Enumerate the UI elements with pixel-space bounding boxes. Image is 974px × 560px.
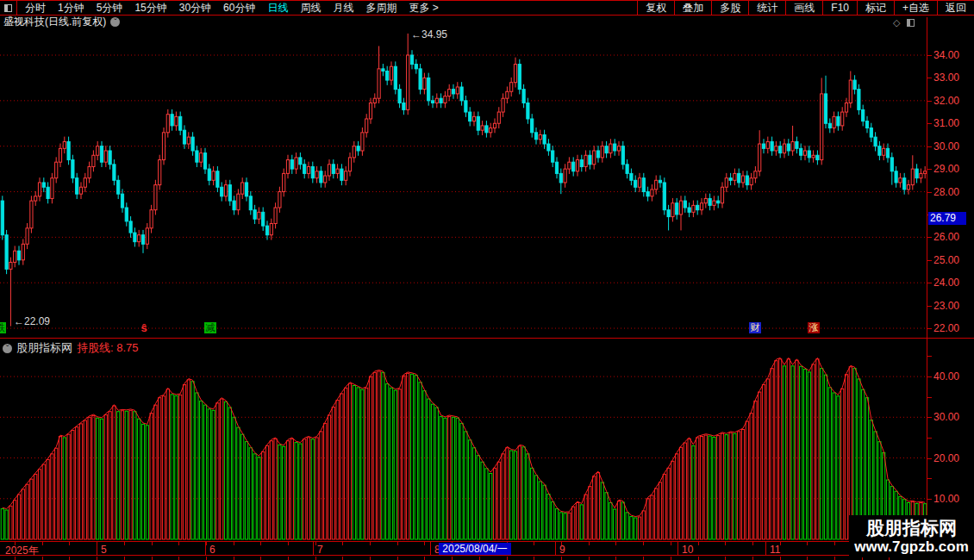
- menu-item-返回[interactable]: 返回: [937, 1, 974, 15]
- menu-item-画线[interactable]: 画线: [785, 1, 822, 15]
- menu-item-月线[interactable]: 月线: [327, 1, 359, 16]
- month-label-11: 11: [770, 544, 780, 556]
- indicator-axis-label-10: 10.00: [933, 493, 959, 505]
- week-tick: [397, 542, 398, 545]
- axis-tick: [927, 328, 932, 329]
- clipped-tick: [424, 557, 425, 560]
- week-tick: [534, 542, 534, 545]
- candlestick-chart[interactable]: [0, 26, 927, 338]
- price-label-31: 31.00: [933, 117, 959, 129]
- clipped-tick: [124, 557, 125, 560]
- week-tick: [178, 542, 179, 545]
- month-separator: [313, 542, 314, 555]
- clipped-tick: [507, 557, 508, 560]
- clipped-tick: [315, 557, 316, 560]
- clipped-tick: [561, 557, 562, 560]
- price-label-25: 25.00: [933, 254, 959, 266]
- indicator-histogram-chart[interactable]: [0, 341, 927, 541]
- axis-tick: [927, 78, 932, 78]
- marker-减: 减: [204, 322, 216, 333]
- menu-item-1分钟[interactable]: 1分钟: [52, 1, 91, 16]
- clipped-tick: [534, 557, 534, 560]
- axis-tick: [927, 417, 932, 418]
- marker-财: 财: [749, 322, 761, 333]
- clipped-tick: [15, 557, 16, 560]
- selected-date-badge: 2025/08/04/一: [439, 543, 511, 555]
- clipped-tick: [288, 557, 289, 560]
- axis-tick: [927, 55, 932, 56]
- menu-item-+自选[interactable]: +自选: [894, 1, 937, 15]
- axis-tick: [927, 397, 932, 398]
- week-tick: [206, 542, 207, 545]
- price-label-32: 32.00: [933, 95, 959, 107]
- week-tick: [370, 542, 371, 545]
- price-label-23: 23.00: [933, 300, 959, 312]
- axis-tick: [927, 169, 932, 170]
- clipped-tick: [671, 557, 671, 560]
- axis-tick: [927, 123, 932, 124]
- axis-tick: [927, 438, 932, 439]
- menu-item-复权[interactable]: 复权: [637, 1, 674, 15]
- month-label-9: 9: [559, 544, 565, 556]
- clipped-tick: [370, 557, 371, 560]
- date-axis[interactable]: 2025年 2025/08/04/一 567891011: [0, 541, 974, 556]
- week-tick: [424, 542, 425, 545]
- clipped-tick: [342, 557, 343, 560]
- week-tick: [97, 542, 97, 545]
- week-tick: [124, 542, 125, 545]
- week-tick: [342, 542, 343, 545]
- menu-item-日线[interactable]: 日线: [261, 1, 294, 16]
- menu-item-叠加[interactable]: 叠加: [674, 1, 711, 15]
- clipped-tick: [698, 557, 699, 560]
- period-menu: 分时1分钟5分钟15分钟30分钟60分钟日线周线月线多周期更多 >: [19, 1, 445, 16]
- watermark-site-name: 股朋指标网: [866, 518, 957, 538]
- clipped-next-pane-strip: [0, 557, 974, 560]
- axis-tick: [927, 356, 932, 357]
- price-label-34: 34.00: [933, 49, 959, 61]
- clipped-tick: [752, 557, 753, 560]
- week-tick: [725, 542, 726, 545]
- menu-item-标记[interactable]: 标记: [857, 1, 894, 15]
- axis-tick: [927, 101, 932, 102]
- clipped-tick: [206, 557, 207, 560]
- menu-item-15分钟[interactable]: 15分钟: [128, 1, 172, 16]
- indicator-source-label: 股朋指标网: [16, 340, 72, 356]
- menu-item-统计[interactable]: 统计: [748, 1, 785, 15]
- indicator-value: 8.75: [116, 341, 138, 354]
- menu-item-分时[interactable]: 分时: [19, 1, 52, 16]
- axis-tick: [927, 478, 932, 479]
- week-tick: [69, 542, 70, 545]
- month-separator: [677, 542, 678, 555]
- axis-tick: [927, 376, 932, 377]
- window-layout-button[interactable]: [0, 1, 17, 15]
- week-tick: [780, 542, 781, 545]
- price-label-33: 33.00: [933, 72, 959, 84]
- menu-item-周线[interactable]: 周线: [294, 1, 327, 16]
- menu-item-30分钟[interactable]: 30分钟: [173, 1, 217, 16]
- week-tick: [15, 542, 16, 545]
- week-tick: [834, 542, 835, 545]
- marker-跌: 跌: [0, 322, 6, 333]
- month-label-10: 10: [682, 544, 693, 556]
- week-tick: [234, 542, 234, 545]
- chevron-down-icon[interactable]: ˇ: [110, 17, 120, 27]
- menu-item-5分钟[interactable]: 5分钟: [91, 1, 129, 16]
- month-label-6: 6: [209, 544, 215, 556]
- split-window-icon: [4, 4, 12, 12]
- week-tick: [807, 542, 808, 545]
- month-separator: [555, 542, 556, 555]
- tools-menu: 复权叠加多股统计画线F10标记+自选返回: [637, 1, 974, 15]
- clipped-tick: [479, 557, 480, 560]
- week-tick: [615, 542, 616, 545]
- menu-item-多周期[interactable]: 多周期: [359, 1, 403, 16]
- clipped-tick: [834, 557, 835, 560]
- menu-item-60分钟[interactable]: 60分钟: [217, 1, 261, 16]
- menu-item-多股[interactable]: 多股: [711, 1, 748, 15]
- indicator-axis-label-30: 30.00: [933, 411, 959, 423]
- clipped-tick: [807, 557, 808, 560]
- menu-item-更多 >[interactable]: 更多 >: [403, 1, 444, 16]
- marker-ŝ: ŝ: [138, 322, 150, 333]
- week-tick: [671, 542, 671, 545]
- menu-item-F10[interactable]: F10: [822, 1, 857, 15]
- indicator-chevron-icon[interactable]: ˇ: [3, 344, 12, 353]
